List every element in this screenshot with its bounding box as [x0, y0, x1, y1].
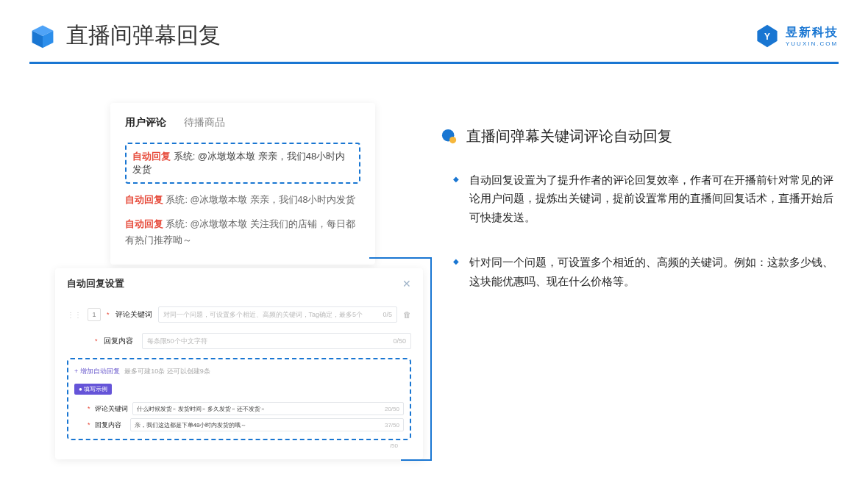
svg-text:Y: Y [764, 32, 770, 42]
page-header: 直播间弹幕回复 Y 昱新科技 YUUXIN.COM [29, 21, 839, 51]
close-icon[interactable]: ✕ [402, 278, 411, 290]
rule-index: 1 [88, 308, 101, 321]
field-label: 评论关键词 [95, 404, 128, 414]
drag-handle-icon[interactable]: ⋮⋮ [67, 311, 82, 319]
required-star: * [88, 405, 90, 412]
example-reply-input[interactable]: 亲，我们这边都是下单48小时内发货的哦～ 37/50 [130, 418, 404, 431]
header-left: 直播间弹幕回复 [29, 21, 221, 51]
form-row-reply: * 回复内容 每条限50个中文字符 0/50 [95, 333, 411, 349]
tag[interactable]: 什么时候发货× [137, 406, 177, 412]
tab-user-comments[interactable]: 用户评论 [125, 116, 166, 129]
char-count: 20/50 [385, 406, 399, 412]
required-star: * [107, 311, 110, 318]
outer-count: /50 [67, 442, 411, 449]
tag-container: 什么时候发货× 发货时间× 多久发货× 还不发货× [137, 405, 265, 413]
highlighted-comment: 自动回复 系统: @冰墩墩本墩 亲亲，我们48小时内发货 [125, 143, 360, 184]
field-label: 回复内容 [104, 336, 136, 346]
char-count: 0/5 [383, 311, 392, 318]
brand-mark-icon: Y [755, 24, 780, 49]
example-reply-row: * 回复内容 亲，我们这边都是下单48小时内发货的哦～ 37/50 [88, 418, 404, 431]
right-column: 直播间弹幕关键词评论自动回复 自动回复设置为了提升作者的评论回复效率，作者可在开… [441, 126, 839, 317]
field-label: 回复内容 [95, 420, 126, 430]
bullet-item: 针对同一个问题，可设置多个相近的、高频的关键词。例如：这款多少钱、这块能优惠吗、… [469, 254, 839, 291]
tag[interactable]: 发货时间× [178, 406, 206, 412]
auto-reply-badge: 自动回复 [125, 219, 163, 229]
settings-header: 自动回复设置 ✕ [67, 277, 411, 296]
tag[interactable]: 还不发货× [237, 406, 265, 412]
section-title-text: 直播间弹幕关键词评论自动回复 [466, 126, 672, 146]
tab-bar: 用户评论 待播商品 [125, 116, 360, 137]
brand-logo: Y 昱新科技 YUUXIN.COM [755, 24, 839, 49]
brand-name-en: YUUXIN.COM [786, 40, 839, 47]
settings-title: 自动回复设置 [67, 277, 124, 290]
tab-pending-products[interactable]: 待播商品 [184, 116, 225, 129]
connector-line [401, 459, 432, 461]
comment-text: 系统: @冰墩墩本墩 亲亲，我们48小时内发货 [166, 195, 355, 205]
header-divider [29, 62, 839, 64]
comment-row: 自动回复 系统: @冰墩墩本墩 亲亲，我们48小时内发货 [125, 193, 360, 208]
example-keyword-row: * 评论关键词 什么时候发货× 发货时间× 多久发货× 还不发货× 20/50 [88, 402, 404, 415]
field-label: 评论关键词 [115, 309, 152, 320]
circles-icon [441, 129, 458, 145]
template-badge: ● 填写示例 [74, 384, 112, 395]
add-note: 最多可建10条 还可以创建9条 [124, 367, 210, 375]
example-box: + 增加自动回复 最多可建10条 还可以创建9条 ● 填写示例 * 评论关键词 … [67, 358, 411, 440]
comment-row: 自动回复 系统: @冰墩墩本墩 关注我们的店铺，每日都有热门推荐呦～ [125, 217, 360, 248]
auto-reply-badge: 自动回复 [132, 151, 171, 162]
connector-line [369, 257, 432, 259]
example-keyword-input[interactable]: 什么时候发货× 发货时间× 多久发货× 还不发货× 20/50 [132, 402, 404, 415]
char-count: 0/50 [393, 337, 406, 345]
add-auto-reply-link[interactable]: + 增加自动回复 最多可建10条 还可以创建9条 [74, 367, 404, 376]
char-count: 37/50 [385, 422, 399, 428]
svg-point-5 [449, 137, 456, 143]
bullet-item: 自动回复设置为了提升作者的评论回复效率，作者可在开播前针对常见的评论用户问题，提… [469, 171, 839, 227]
auto-reply-badge: 自动回复 [125, 195, 163, 205]
reply-input[interactable]: 每条限50个中文字符 0/50 [142, 333, 411, 349]
connector-line [430, 257, 432, 459]
bullet-list: 自动回复设置为了提升作者的评论回复效率，作者可在开播前针对常见的评论用户问题，提… [441, 171, 839, 291]
example-reply-text: 亲，我们这边都是下单48小时内发货的哦～ [135, 421, 247, 429]
section-title: 直播间弹幕关键词评论自动回复 [441, 126, 839, 146]
brand-name-cn: 昱新科技 [786, 25, 839, 40]
required-star: * [95, 337, 98, 345]
brand-text: 昱新科技 YUUXIN.COM [786, 25, 839, 47]
comments-card: 用户评论 待播商品 自动回复 系统: @冰墩墩本墩 亲亲，我们48小时内发货 自… [110, 103, 375, 265]
cube-icon [29, 23, 56, 49]
settings-card: 自动回复设置 ✕ ⋮⋮ 1 * 评论关键词 对同一个问题，可设置多个相近、高频的… [55, 268, 423, 459]
input-placeholder: 对同一个问题，可设置多个相近、高频的关键词，Tag确定，最多5个 [163, 310, 363, 320]
page-title: 直播间弹幕回复 [66, 21, 221, 51]
input-placeholder: 每条限50个中文字符 [147, 337, 207, 346]
form-row-keyword: ⋮⋮ 1 * 评论关键词 对同一个问题，可设置多个相近、高频的关键词，Tag确定… [67, 306, 411, 323]
tag[interactable]: 多久发货× [207, 406, 235, 412]
required-star: * [88, 421, 90, 428]
keyword-input[interactable]: 对同一个问题，可设置多个相近、高频的关键词，Tag确定，最多5个 0/5 [158, 306, 397, 323]
delete-icon[interactable]: 🗑 [403, 310, 411, 319]
